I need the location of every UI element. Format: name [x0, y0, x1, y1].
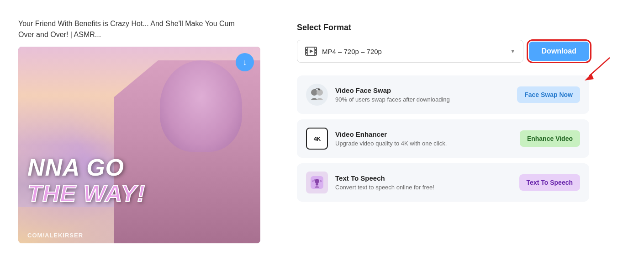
watermark: COM/ALEKIRSER — [27, 232, 83, 239]
feature-info-face-swap: Video Face Swap 90% of users swap faces … — [335, 86, 510, 103]
feature-desc-tts: Convert text to speech online for free! — [335, 184, 512, 191]
download-btn-wrapper: Download — [529, 42, 589, 61]
feature-card-tts: T Text To Speech Convert text to speech … — [297, 163, 589, 202]
feature-info-enhancer: Video Enhancer Upgrade video quality to … — [335, 130, 512, 147]
svg-line-8 — [589, 58, 610, 76]
feature-title-enhancer: Video Enhancer — [335, 130, 512, 138]
thumbnail-bg: NNA GO THE WAY! COM/ALEKIRSER ↓ — [18, 47, 260, 243]
tts-icon-wrap: T — [306, 172, 328, 193]
download-button[interactable]: Download — [529, 42, 589, 61]
svg-rect-16 — [317, 185, 317, 187]
feature-desc-face-swap: 90% of users swap faces after downloadin… — [335, 96, 510, 103]
format-select-text: MP4 – 720p – 720p — [322, 48, 506, 55]
red-arrow-annotation — [582, 55, 614, 80]
character-hair — [160, 60, 242, 152]
feature-card-face-swap: Video Face Swap 90% of users swap faces … — [297, 75, 589, 114]
face-swap-button[interactable]: Face Swap Now — [517, 86, 580, 103]
svg-point-11 — [317, 89, 323, 96]
enhance-video-button[interactable]: Enhance Video — [520, 130, 580, 147]
enhancer-icon-wrap: 4K — [306, 128, 328, 150]
face-swap-icon — [308, 86, 326, 103]
format-row: MP4 – 720p – 720p ▼ Download — [297, 40, 589, 63]
thumbnail: NNA GO THE WAY! COM/ALEKIRSER ↓ — [18, 47, 260, 243]
tts-icon: T — [310, 175, 324, 190]
feature-title-face-swap: Video Face Swap — [335, 86, 510, 94]
svg-point-10 — [311, 89, 317, 96]
4k-icon: 4K — [314, 135, 321, 142]
face-swap-icon-wrap — [306, 84, 328, 106]
svg-marker-9 — [585, 74, 594, 80]
select-format-label: Select Format — [297, 23, 589, 32]
feature-info-tts: Text To Speech Convert text to speech on… — [335, 174, 512, 191]
svg-rect-17 — [315, 187, 319, 188]
text-line2: THE WAY! — [27, 181, 145, 207]
chevron-down-icon: ▼ — [510, 48, 516, 54]
thumbnail-text-overlay: NNA GO THE WAY! — [27, 155, 145, 207]
left-panel: Your Friend With Benefits is Crazy Hot..… — [18, 18, 260, 243]
tts-button[interactable]: Text To Speech — [519, 174, 580, 191]
video-title: Your Friend With Benefits is Crazy Hot..… — [18, 18, 247, 40]
right-panel: Select Format MP4 – 720p – 720p ▼ Downlo… — [297, 18, 589, 207]
main-container: Your Friend With Benefits is Crazy Hot..… — [0, 0, 644, 243]
download-badge-icon: ↓ — [236, 53, 254, 71]
format-select-dropdown[interactable]: MP4 – 720p – 720p ▼ — [297, 40, 523, 63]
feature-title-tts: Text To Speech — [335, 174, 512, 182]
feature-card-enhancer: 4K Video Enhancer Upgrade video quality … — [297, 119, 589, 158]
svg-text:T: T — [314, 178, 316, 182]
film-icon — [305, 45, 317, 58]
svg-marker-7 — [310, 49, 313, 53]
svg-rect-15 — [316, 183, 318, 185]
text-line1: NNA GO — [27, 155, 145, 181]
feature-desc-enhancer: Upgrade video quality to 4K with one cli… — [335, 140, 512, 147]
